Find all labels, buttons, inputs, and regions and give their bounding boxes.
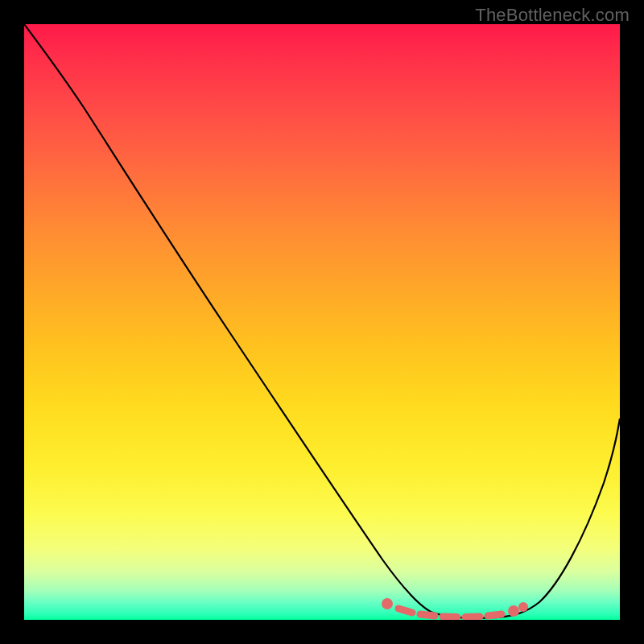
- svg-point-6: [508, 605, 519, 617]
- plot-area: [24, 24, 620, 620]
- svg-line-2: [420, 614, 435, 616]
- svg-line-5: [488, 614, 502, 616]
- svg-point-7: [518, 602, 528, 612]
- svg-point-0: [382, 598, 393, 609]
- watermark-text: TheBottleneck.com: [475, 5, 630, 26]
- svg-line-1: [398, 609, 412, 613]
- svg-line-3: [443, 617, 457, 617]
- svg-line-4: [465, 617, 480, 617]
- chart-frame: TheBottleneck.com: [0, 0, 644, 644]
- highlight-dots: [382, 598, 528, 617]
- bottleneck-curve-path: [24, 24, 620, 618]
- curve-layer: [24, 24, 620, 620]
